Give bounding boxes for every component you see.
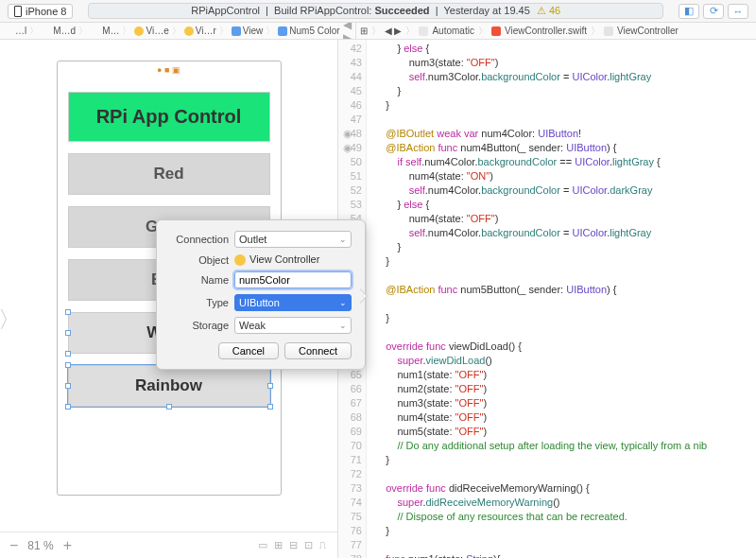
counterparts-icon (419, 26, 428, 36)
bc-item[interactable]: Vi…r (182, 26, 218, 36)
button-rainbow[interactable]: Rainbow (68, 365, 270, 407)
xcode-toolbar: iPhone 8 RPiAppControl | Build RPiAppCon… (0, 0, 756, 23)
bc-item[interactable]: …l (2, 26, 28, 36)
source-editor[interactable]: 42 43 44 45 46 47 ◉48 ◉49 50 51 52 53 54… (338, 40, 756, 558)
zoom-bar: − 81 % + ▭ ⊞ ⊟ ⊡ ⎍ (0, 532, 337, 558)
nav-arrows[interactable]: ◀ ▶ (343, 23, 352, 40)
bc-item[interactable]: M… (89, 26, 121, 36)
toolbar-right: ◧ ⟳ ↔ (679, 4, 748, 19)
canvas-options[interactable]: ▭ ⊞ ⊟ ⊡ ⎍ (258, 539, 328, 551)
grid-icon[interactable]: ⊞ (360, 26, 368, 36)
name-input[interactable] (234, 271, 352, 288)
cancel-button[interactable]: Cancel (218, 342, 279, 359)
bc-item[interactable]: M…d (40, 26, 77, 36)
connection-popover: ConnectionOutlet⌄ ObjectView Controller … (156, 219, 366, 370)
app-title-label[interactable]: RPi App Control (68, 92, 270, 142)
type-select[interactable]: UIButton⌄ (234, 294, 352, 311)
bc-item[interactable]: Vi…e (132, 26, 170, 36)
zoom-level[interactable]: 81 % (27, 539, 53, 552)
assistant-icon[interactable]: ◧ (679, 4, 699, 19)
connect-button[interactable]: Connect (284, 342, 352, 359)
code-text[interactable]: } else { num3(state: "OFF") self.num3Col… (367, 40, 756, 558)
scene-icons[interactable]: ● ■ ▣ (61, 65, 277, 75)
jump-bar: …l〉M…d〉M…〉Vi…e〉Vi…r〉View〉Num5 Color◀ ▶ ⊞… (0, 23, 756, 40)
device-label: iPhone 8 (26, 6, 66, 17)
build-status: RPiAppControl | Build RPiAppControl: Suc… (88, 3, 663, 19)
bc-item[interactable]: View (230, 26, 266, 36)
warning-badge[interactable]: ⚠ 46 (537, 5, 560, 16)
object-field: View Controller (234, 253, 352, 266)
zoom-in-button[interactable]: + (63, 537, 72, 554)
zoom-out-button[interactable]: − (9, 537, 18, 554)
interface-builder-pane: 〉 ● ■ ▣ RPi App Control Red Green Blue W… (0, 40, 338, 558)
storage-select[interactable]: Weak⌄ (234, 317, 352, 334)
panels-icon[interactable]: ↔ (728, 4, 748, 19)
editor-breadcrumb[interactable]: ⊞〉 ◀ ▶〉 Automatic〉 ViewController.swift〉… (356, 23, 756, 39)
connection-select[interactable]: Outlet⌄ (234, 231, 352, 248)
ib-breadcrumb[interactable]: …l〉M…d〉M…〉Vi…e〉Vi…r〉View〉Num5 Color◀ ▶ (0, 23, 356, 39)
version-icon[interactable]: ⟳ (703, 4, 724, 19)
viewcontroller-icon (234, 254, 246, 266)
button-red[interactable]: Red (68, 153, 270, 195)
phone-icon (14, 6, 22, 17)
device-selector[interactable]: iPhone 8 (8, 4, 73, 19)
bc-item[interactable]: Num5 Color (276, 26, 341, 36)
swift-icon (491, 26, 501, 36)
class-icon (604, 26, 613, 36)
